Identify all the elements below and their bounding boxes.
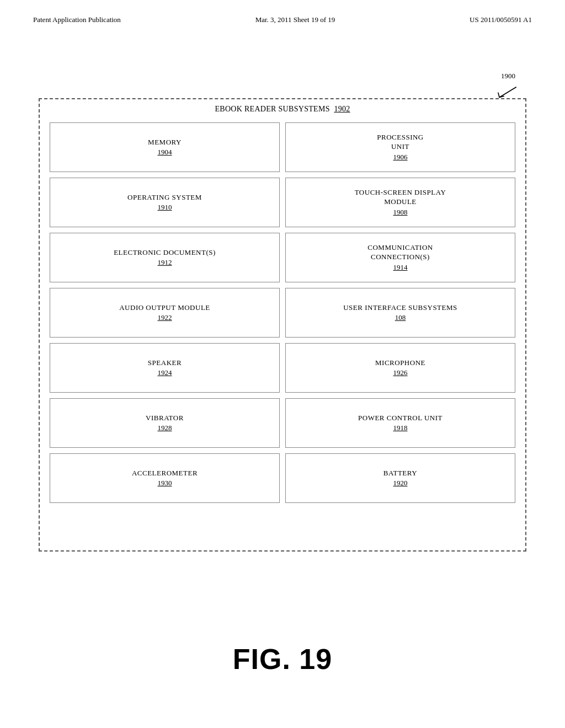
- box-ref: 1930: [158, 479, 172, 488]
- component-box: AUDIO OUTPUT MODULE1922: [50, 288, 280, 338]
- component-box: POWER CONTROL UNIT1918: [285, 398, 515, 448]
- box-label: PROCESSING UNIT: [377, 133, 423, 152]
- box-label: TOUCH-SCREEN DISPLAY MODULE: [355, 188, 446, 207]
- header-middle: Mar. 3, 2011 Sheet 19 of 19: [255, 15, 335, 24]
- box-label: BATTERY: [383, 469, 417, 478]
- outer-box-title-ref: 1902: [334, 105, 350, 113]
- component-box: MEMORY1904: [50, 122, 280, 172]
- ref-1900-label: 1900: [501, 72, 515, 81]
- header-right: US 2011/0050591 A1: [470, 15, 532, 24]
- box-label: ACCELEROMETER: [132, 469, 198, 478]
- box-label: MEMORY: [148, 138, 182, 147]
- component-box: OPERATING SYSTEM1910: [50, 178, 280, 227]
- component-box: PROCESSING UNIT1906: [285, 122, 515, 172]
- box-ref: 1912: [158, 258, 172, 267]
- box-ref: 1908: [393, 208, 408, 217]
- component-box: ELECTRONIC DOCUMENT(S)1912: [50, 233, 280, 282]
- component-box: SPEAKER1924: [50, 343, 280, 393]
- component-box: MICROPHONE1926: [285, 343, 515, 393]
- box-ref: 1928: [158, 424, 172, 432]
- component-box: VIBRATOR1928: [50, 398, 280, 448]
- component-box: COMMUNICATION CONNECTION(S)1914: [285, 233, 515, 282]
- component-box: TOUCH-SCREEN DISPLAY MODULE1908: [285, 178, 515, 227]
- component-box: USER INTERFACE SUBSYSTEMS108: [285, 288, 515, 338]
- box-label: OPERATING SYSTEM: [127, 193, 202, 202]
- box-label: MICROPHONE: [375, 358, 425, 368]
- outer-box-title: EBOOK READER SUBSYSTEMS 1902: [40, 99, 525, 114]
- box-ref: 1924: [158, 368, 172, 377]
- component-grid: MEMORY1904PROCESSING UNIT1906OPERATING S…: [40, 116, 525, 511]
- ref-arrow-1900: [493, 84, 524, 99]
- box-ref: 1906: [393, 153, 408, 162]
- box-label: COMMUNICATION CONNECTION(S): [367, 243, 433, 262]
- box-label: USER INTERFACE SUBSYSTEMS: [343, 303, 457, 313]
- box-ref: 1914: [393, 263, 408, 272]
- box-ref: 1926: [393, 368, 408, 377]
- page-header: Patent Application Publication Mar. 3, 2…: [0, 0, 565, 24]
- svg-line-0: [499, 87, 516, 98]
- component-box: BATTERY1920: [285, 453, 515, 503]
- box-label: ELECTRONIC DOCUMENT(S): [114, 248, 216, 258]
- box-label: SPEAKER: [148, 358, 182, 368]
- box-ref: 108: [395, 313, 406, 322]
- figure-label: FIG. 19: [0, 643, 565, 676]
- header-left: Patent Application Publication: [33, 15, 121, 24]
- box-label: VIBRATOR: [146, 414, 184, 423]
- box-ref: 1910: [158, 203, 172, 212]
- box-ref: 1918: [393, 424, 408, 432]
- box-label: AUDIO OUTPUT MODULE: [119, 303, 210, 313]
- box-ref: 1922: [158, 313, 172, 322]
- outer-diagram-box: EBOOK READER SUBSYSTEMS 1902 MEMORY1904P…: [39, 98, 526, 552]
- box-label: POWER CONTROL UNIT: [358, 414, 443, 423]
- box-ref: 1920: [393, 479, 408, 488]
- component-box: ACCELEROMETER1930: [50, 453, 280, 503]
- box-ref: 1904: [158, 148, 172, 157]
